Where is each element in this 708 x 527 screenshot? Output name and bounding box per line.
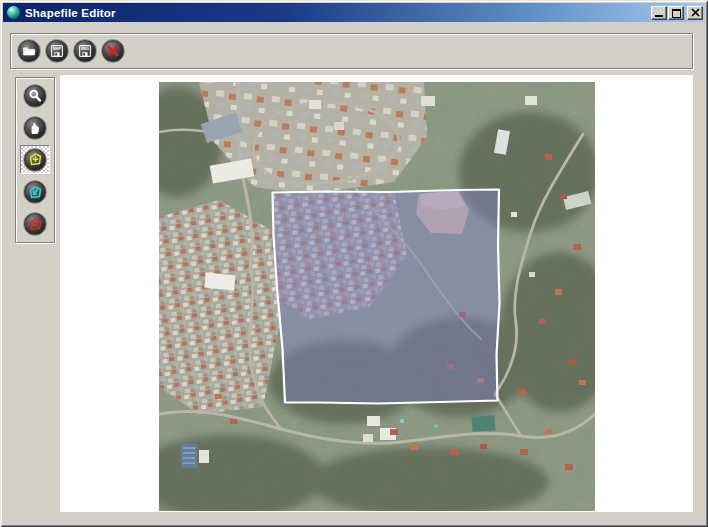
folder-icon [21, 43, 37, 59]
window: Shapefile Editor SHP [0, 0, 708, 527]
window-title: Shapefile Editor [25, 7, 116, 19]
map-canvas[interactable] [60, 75, 693, 512]
polygon-edit-icon [27, 184, 44, 201]
exit-button[interactable] [101, 39, 125, 63]
pan-tool-button[interactable] [20, 113, 50, 142]
save-image-button[interactable]: IMG [73, 39, 97, 63]
zoom-tool-button[interactable] [20, 81, 50, 110]
maximize-icon [672, 9, 681, 18]
magnifier-icon [27, 88, 43, 104]
floppy-disk-icon: SHP [49, 43, 65, 59]
minimize-icon [655, 15, 663, 17]
minimize-button[interactable] [651, 6, 667, 20]
save-shp-label: SHP [53, 46, 62, 51]
maximize-button[interactable] [668, 6, 684, 20]
save-shapefile-button[interactable]: SHP [45, 39, 69, 63]
red-x-icon [105, 43, 121, 59]
save-img-label: IMG [81, 46, 89, 51]
titlebar: Shapefile Editor [3, 3, 705, 22]
close-button[interactable] [687, 6, 703, 20]
add-polygon-tool-button[interactable] [20, 145, 50, 174]
selection-polygon[interactable] [273, 190, 500, 404]
hand-icon [27, 120, 43, 136]
tool-palette [15, 77, 55, 243]
window-controls [651, 6, 703, 20]
edit-polygon-tool-button[interactable] [20, 178, 50, 207]
toolbar: SHP IMG [10, 33, 693, 69]
aerial-image [159, 82, 595, 511]
polygon-delete-icon [27, 216, 44, 233]
open-shapefile-button[interactable] [17, 39, 41, 63]
delete-polygon-tool-button[interactable] [20, 210, 50, 239]
polygon-add-icon [27, 151, 44, 168]
app-icon [7, 6, 20, 19]
close-icon [690, 8, 701, 18]
floppy-disk-icon: IMG [77, 43, 93, 59]
